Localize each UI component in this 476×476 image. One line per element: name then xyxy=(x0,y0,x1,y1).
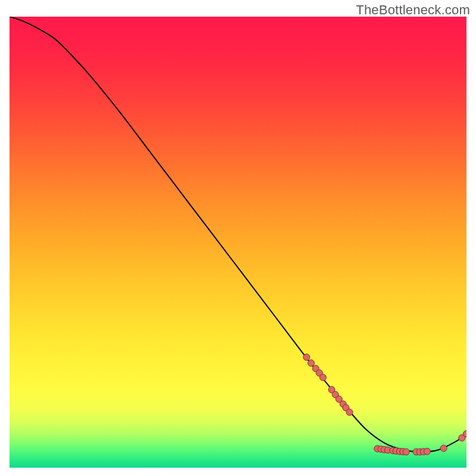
gradient-background xyxy=(10,17,466,468)
data-point xyxy=(424,448,430,455)
data-point xyxy=(308,360,314,367)
data-point xyxy=(346,409,353,415)
data-point xyxy=(403,449,409,455)
plot-area xyxy=(10,17,466,468)
chart-container: TheBottleneck.com xyxy=(0,0,476,476)
watermark-label: TheBottleneck.com xyxy=(356,2,470,18)
bottleneck-chart xyxy=(10,17,466,468)
data-point xyxy=(320,374,326,381)
data-point xyxy=(440,445,447,452)
data-point xyxy=(303,354,310,361)
